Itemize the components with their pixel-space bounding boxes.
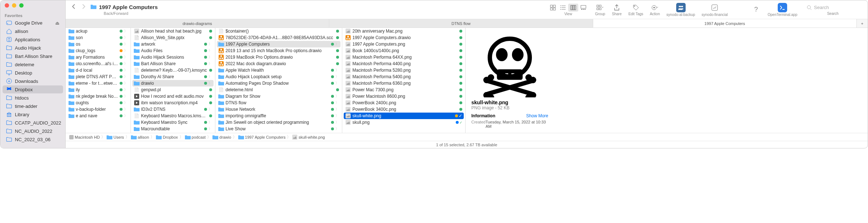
file-row[interactable]: 1997 Apple Computers.png [342,41,465,47]
file-row[interactable]: importing omnigraffle〉 [215,113,342,119]
new-tab-button[interactable]: + [857,19,868,28]
sidebar-item[interactable]: Bart Allison Share [3,52,63,60]
file-row[interactable]: ID3v2 DTNS〉 [131,106,215,113]
file-row[interactable]: 20th anniversary Mac.png [342,28,465,34]
file-row[interactable]: deleteme.html [215,87,342,93]
file-row[interactable]: 2019 MacBook Pro Options.drawio [215,54,342,60]
file-row[interactable]: Keyboard Maestro Sync〉 [131,119,215,126]
close-button[interactable] [5,3,9,8]
tab[interactable]: 1997 Apple Computers [593,19,857,28]
file-row[interactable]: artwork〉 [131,41,215,47]
sidebar-item[interactable]: Audio Hijack [3,44,63,52]
sidebar-item[interactable]: time-adder [3,102,63,110]
file-row[interactable]: deleteme? Keyb…-09-07).kmsync [131,67,215,73]
file-row[interactable]: Keyboard Maestro Macros.kmsync [131,113,215,119]
file-row[interactable]: son〉 [66,34,131,41]
file-row[interactable]: Book 1400cs/1400c.png [342,47,465,54]
file-row[interactable]: skull-white.png✓ [344,113,464,119]
sidebar-item[interactable]: NC_AUDIO_2022 [3,127,63,135]
file-row[interactable]: Power Mac 7300.png [342,87,465,93]
sidebar-item[interactable]: NC_2022_03_06 [3,135,63,143]
back-button[interactable] [71,4,76,10]
file-row[interactable]: ily〉 [66,87,131,93]
file-row[interactable]: 2019 13 and 15 inch MacBook Pro options.… [215,47,342,54]
file-row[interactable]: oto.screenflo…al's invalid files)〉 [66,60,131,67]
path-crumb[interactable]: skull-white.png [292,135,325,140]
file-row[interactable]: Live Show〉 [215,126,342,132]
file-row[interactable]: nk pledge break NosillaCast〉 [66,93,131,100]
gallery-view-button[interactable] [578,4,588,12]
eject-icon[interactable]: ⏏ [55,20,59,26]
path-crumb[interactable]: drawio [212,135,231,139]
sidebar-item[interactable]: htdocs [3,94,63,102]
file-row[interactable]: PowerBook 3400c.png [342,106,465,113]
path-crumb[interactable]: Users [107,135,124,139]
file-row[interactable]: genpwd.pl [131,87,215,93]
file-row[interactable]: How I record and edit audio.mov [131,93,215,100]
file-row[interactable]: Allison head shot hat beach.jpg [131,28,215,34]
tab[interactable]: DTNS flow [329,19,593,28]
column-view-button[interactable] [568,4,578,12]
file-row[interactable]: Bart Allison Share〉 [131,60,215,67]
file-row[interactable]: os〉 [66,41,131,47]
file-row[interactable]: Audio Hijack Loopback setup〉 [215,73,342,80]
file-row[interactable]: House Network〉 [215,106,342,113]
group-button[interactable]: Group [593,4,607,16]
sidebar-item[interactable]: Downloads [3,77,63,85]
file-row[interactable]: Macintosh Performa 5400.png [342,73,465,80]
file-row[interactable]: Audio Hijack Sessions〉 [131,54,215,60]
file-row[interactable]: $container() [215,28,342,34]
sidebar-item[interactable]: allison [3,27,63,35]
path-crumb[interactable]: allison [131,135,149,139]
file-row[interactable]: Macintosh Performa 64XX.png [342,54,465,60]
file-row[interactable]: Apple Watch Health〉 [215,67,342,73]
share-button[interactable]: Share [609,4,624,16]
file-row[interactable]: Automating Pages Drop Shadow〉 [215,80,342,87]
path-crumb[interactable]: podcast [185,135,206,139]
file-row[interactable]: Allison_Web_Site.pptx [131,34,215,41]
file-row[interactable]: skull.png✓ [342,119,465,126]
sidebar-item[interactable]: deleteme [3,60,63,68]
file-row[interactable]: DTNS flow〉 [215,100,342,106]
minimize-button[interactable] [12,3,16,8]
file-row[interactable]: Dorothy Al Share〉 [131,73,215,80]
file-row[interactable]: ackup〉 [66,28,131,34]
file-row[interactable]: drawio〉 [132,80,214,87]
file-row[interactable]: PowerBook 2400c.png [342,100,465,106]
sidebar-item[interactable]: Google Drive⏏ [3,19,63,27]
file-row[interactable]: Jim Sewell on object oriented programmin… [215,119,342,126]
tab[interactable]: drawio-diagrams [66,19,329,28]
file-row[interactable]: d-d local〉 [66,67,131,73]
file-row[interactable]: Macroundtable〉 [131,126,215,132]
path-crumb[interactable]: 1997 Apple Computers [238,135,286,139]
forward-button[interactable] [82,4,86,10]
sidebar-item[interactable]: CCATP_AUDIO_2022 [3,119,63,127]
show-more-button[interactable]: Show More [526,113,548,118]
sidebar-item[interactable]: Applications [3,35,63,43]
sidebar-item[interactable]: Desktop [3,69,63,77]
synodo-financial-button[interactable]: synodo-financial [699,3,730,17]
search-input[interactable]: Search [804,4,862,11]
action-button[interactable]: Action [648,4,662,16]
file-row[interactable]: Macintosh Performa 6360.png [342,80,465,87]
file-row[interactable]: ibm watson transcription.mp4 [131,100,215,106]
file-row[interactable]: 78D523DE-37D6-4DA9-A1…8B07-98E85AA93D3A.… [215,34,342,41]
edit-tags-button[interactable]: Edit Tags [626,4,645,16]
sidebar-item[interactable]: Library [3,110,63,118]
path-crumb[interactable]: Macintosh HD [69,135,100,139]
file-row[interactable]: 2022 Mac dock diagram.drawio [215,60,342,67]
help-button[interactable]: ? [749,5,763,14]
file-row[interactable]: v-backup-folder〉 [66,106,131,113]
file-row[interactable]: Diagram for Show〉 [215,93,342,100]
file-row[interactable]: 1997 Apple Computers.drawio [342,34,465,41]
path-crumb[interactable]: Dropbox [156,135,178,139]
file-row[interactable]: e and nave〉 [66,113,131,119]
file-row[interactable]: ckup_logs〉 [66,47,131,54]
sidebar-item[interactable]: Dropbox [3,85,63,93]
file-row[interactable]: ary Formations〉 [66,54,131,60]
zoom-button[interactable] [19,3,24,8]
file-row[interactable]: Power Macintosh 8600.png [342,93,465,100]
file-row[interactable]: Audio Files〉 [131,47,215,54]
file-row[interactable]: 1997 Apple Computers〉 [217,41,340,47]
file-row[interactable]: Macintosh Performa 5280.png [342,67,465,73]
